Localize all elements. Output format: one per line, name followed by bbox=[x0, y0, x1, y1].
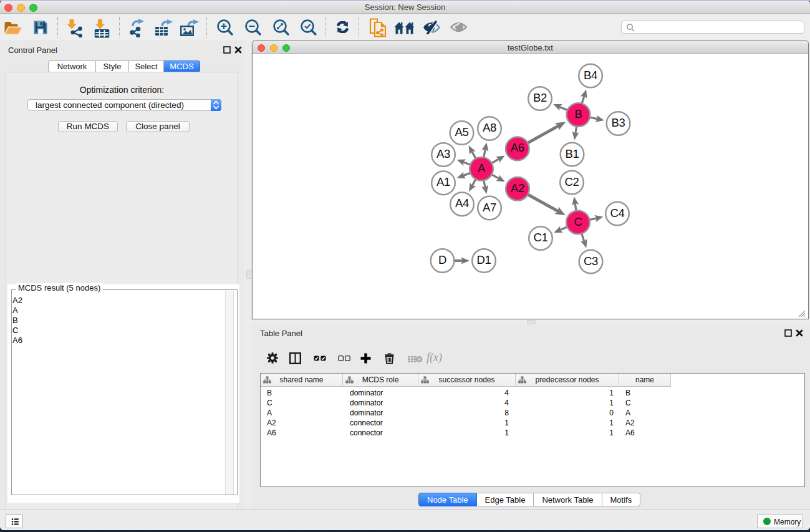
svg-text:C4: C4 bbox=[610, 206, 624, 220]
svg-text:C1: C1 bbox=[533, 231, 547, 244]
svg-text:A3: A3 bbox=[436, 147, 450, 160]
svg-text:B2: B2 bbox=[533, 91, 547, 104]
svg-text:A4: A4 bbox=[455, 196, 469, 210]
svg-text:A1: A1 bbox=[436, 175, 450, 188]
svg-text:A: A bbox=[478, 162, 486, 175]
svg-text:B4: B4 bbox=[584, 69, 597, 82]
svg-text:A8: A8 bbox=[483, 121, 496, 134]
svg-text:A7: A7 bbox=[483, 201, 496, 214]
svg-text:D1: D1 bbox=[476, 253, 491, 266]
svg-text:C3: C3 bbox=[584, 254, 598, 268]
svg-text:B3: B3 bbox=[611, 116, 625, 129]
svg-text:C2: C2 bbox=[564, 175, 579, 188]
svg-text:A6: A6 bbox=[511, 141, 524, 154]
svg-text:A5: A5 bbox=[455, 125, 468, 138]
svg-text:D: D bbox=[438, 253, 446, 266]
svg-text:B1: B1 bbox=[565, 147, 579, 160]
svg-text:A2: A2 bbox=[511, 181, 524, 195]
svg-text:C: C bbox=[574, 215, 582, 228]
svg-text:B: B bbox=[574, 107, 582, 120]
